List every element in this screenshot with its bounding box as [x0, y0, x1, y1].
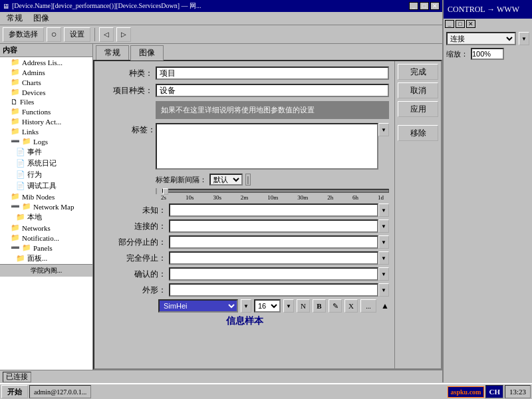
font-name-select[interactable]: SimHei	[158, 299, 238, 313]
confirmed-row: 确认的： ▼	[100, 267, 389, 281]
confirmed-arrow[interactable]: ▼	[378, 267, 389, 281]
sidebar-item-logs[interactable]: ➖ 📁 Logs	[0, 136, 92, 146]
connected-arrow[interactable]: ▼	[378, 219, 389, 233]
refresh-select[interactable]: 默认	[209, 174, 243, 186]
sidebar-item-behavior[interactable]: 📄 行为	[0, 169, 92, 180]
partial-stop-arrow[interactable]: ▼	[378, 235, 389, 249]
sidebar-item-debug[interactable]: 📄 调试工具	[0, 180, 92, 192]
kind-input[interactable]	[156, 66, 389, 80]
zoom-input[interactable]	[471, 48, 504, 60]
start-button[interactable]: 开始	[1, 385, 28, 398]
sidebar-item-files[interactable]: 🗋 Files	[0, 97, 92, 106]
sidebar-item-history[interactable]: 📁 History Act...	[0, 116, 92, 126]
params-select-button[interactable]: 参数选择	[3, 27, 44, 42]
sidebar-item-charts[interactable]: 📁 Charts	[0, 77, 92, 87]
menu-changgui[interactable]: 常规	[1, 11, 28, 25]
sidebar-item-panel-sub[interactable]: 📁 面板...	[0, 253, 92, 264]
font-name-arrow[interactable]: ▼	[241, 299, 251, 313]
folder-icon: 📁	[11, 88, 20, 96]
outline-row: 外形： ▼	[100, 283, 389, 297]
back-icon[interactable]: ◁	[99, 27, 114, 42]
full-stop-arrow[interactable]: ▼	[378, 251, 389, 265]
sidebar-item-local[interactable]: 📁 本地	[0, 211, 92, 223]
tab-changgui[interactable]: 常规	[96, 45, 129, 60]
slider-thumb[interactable]	[163, 188, 168, 195]
folder-icon: 📁	[11, 107, 20, 116]
connect-arrow[interactable]: ▼	[519, 32, 529, 45]
slider-track[interactable]	[162, 189, 389, 193]
slider-labels: 2s10s30s2m10m30m2h6h1d	[156, 194, 389, 201]
doc-icon: 📄	[16, 148, 25, 156]
tag-textarea[interactable]	[156, 123, 378, 170]
sidebar-header: 内容	[0, 44, 92, 57]
sidebar-item-functions[interactable]: 📁 Functions	[0, 106, 92, 116]
maximize-button[interactable]: □	[420, 2, 429, 10]
control-minimize[interactable]: _	[445, 20, 454, 28]
apply-button[interactable]: 应用	[398, 101, 438, 117]
partial-stop-input[interactable]	[169, 235, 378, 249]
form-panel: 种类： 项目 项目种类： 设备	[94, 61, 394, 368]
font-up-arrow[interactable]: ▲	[381, 301, 389, 311]
full-stop-label: 完全停止：	[100, 253, 166, 264]
folder-icon: 📁	[22, 137, 31, 146]
refresh-interval-container: 标签刷新间隔： 默认 | |	[156, 174, 389, 201]
nav-icon[interactable]: ○	[47, 27, 61, 42]
sidebar-item-networkmap[interactable]: ➖ 📁 Network Map	[0, 201, 92, 211]
right-action-panel: 完成 取消 应用 移除	[394, 61, 441, 368]
sidebar-item-panels[interactable]: ➖ 📁 Panels	[0, 243, 92, 253]
tag-label: 标签：	[100, 123, 156, 136]
sidebar-item-syslog[interactable]: 📄 系统日记	[0, 158, 92, 169]
connect-row: 连接 ▼	[444, 29, 532, 48]
item-kind-input[interactable]	[156, 84, 389, 97]
tag-dropdown-arrow[interactable]: ▼	[378, 123, 389, 136]
font-row: SimHei ▼ 16 ▼ N B ✎ X ... ▲	[100, 299, 389, 313]
unknown-arrow[interactable]: ▼	[378, 203, 389, 217]
unknown-label: 未知：	[100, 205, 166, 216]
complete-button[interactable]: 完成	[398, 64, 438, 80]
confirmed-input[interactable]	[169, 267, 378, 281]
font-b-button[interactable]: B	[313, 299, 326, 313]
font-n-button[interactable]: N	[297, 299, 310, 313]
tab-image[interactable]: 图像	[130, 45, 164, 61]
control-panel: CONTROL → WWW _ □ ✕ 连接 ▼ 缩放：	[442, 0, 532, 382]
connected-input[interactable]	[169, 219, 378, 233]
title-bar: 🖥 [Device.Name][device_performance()][De…	[0, 0, 442, 12]
control-close[interactable]: ✕	[466, 20, 475, 28]
outline-arrow[interactable]: ▼	[378, 283, 389, 297]
sidebar-item-devices[interactable]: 📁 Devices	[0, 87, 92, 97]
unknown-input[interactable]	[169, 203, 378, 217]
control-maximize[interactable]: □	[456, 20, 465, 28]
doc-icon: 📄	[16, 182, 25, 190]
font-x-button[interactable]: X	[344, 299, 358, 313]
minimize-button[interactable]: _	[409, 2, 418, 10]
sidebar-item-links[interactable]: 📁 Links	[0, 126, 92, 136]
sidebar-item-events[interactable]: 📄 事件	[0, 146, 92, 158]
folder-icon: 📁	[11, 223, 20, 232]
sidebar-item-mibnodes[interactable]: 📁 Mib Nodes	[0, 192, 92, 201]
toolbar: 参数选择 ○ 设置 ◁ ▷	[0, 25, 442, 44]
cancel-button[interactable]: 取消	[398, 82, 438, 98]
folder-icon: 📁	[11, 127, 20, 136]
slider-left-arrow[interactable]: |	[156, 187, 161, 194]
partial-stop-row: 部分停止的： ▼	[100, 235, 389, 249]
sidebar-item-networks[interactable]: 📁 Networks	[0, 223, 92, 233]
taskbar: 开始 admin@127.0.0.1... aspku.com CH 13:23	[0, 383, 532, 399]
menu-image[interactable]: 图像	[28, 11, 55, 25]
connect-select[interactable]: 连接	[446, 32, 516, 45]
close-button[interactable]: ✕	[430, 2, 440, 10]
full-stop-input[interactable]	[169, 251, 378, 265]
font-edit-button[interactable]: ✎	[329, 299, 342, 313]
folder-icon: 📁	[22, 202, 31, 211]
sidebar-item-notifications[interactable]: 📁 Notificatio...	[0, 233, 92, 243]
outline-input[interactable]	[169, 283, 378, 297]
font-size-arrow[interactable]: ▼	[283, 299, 294, 313]
font-size-select[interactable]: 16	[254, 299, 281, 313]
folder-icon: 📁	[11, 78, 20, 86]
forward-icon[interactable]: ▷	[116, 27, 131, 42]
font-more-button[interactable]: ...	[360, 299, 376, 313]
settings-button[interactable]: 设置	[64, 27, 90, 42]
sidebar-item-addresslist[interactable]: 📁 Address Lis...	[0, 57, 92, 67]
sidebar-item-admins[interactable]: 📁 Admins	[0, 67, 92, 77]
remove-button[interactable]: 移除	[398, 125, 438, 141]
taskbar-app1[interactable]: admin@127.0.0.1...	[29, 385, 91, 398]
